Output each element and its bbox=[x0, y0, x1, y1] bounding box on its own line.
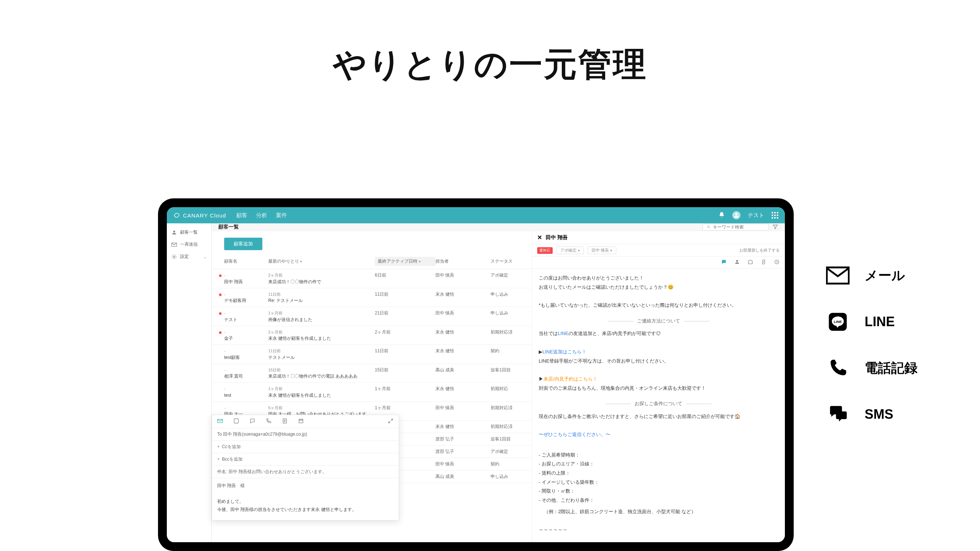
section-conditions: お探しご条件について bbox=[539, 399, 778, 408]
search-input-wrap[interactable] bbox=[703, 223, 769, 231]
compose-note-icon[interactable] bbox=[282, 418, 288, 425]
nav-customers[interactable]: 顧客 bbox=[236, 212, 247, 219]
sms-icon bbox=[825, 403, 851, 426]
feature-label: メール bbox=[865, 267, 905, 285]
building-icon[interactable] bbox=[748, 259, 753, 266]
svg-rect-6 bbox=[234, 419, 239, 423]
nav-analytics[interactable]: 分析 bbox=[256, 212, 267, 219]
col-active[interactable]: 最終アクティブ日時 ▾ bbox=[375, 257, 436, 266]
topbar: CANARY Cloud 顧客 分析 案件 テスト bbox=[167, 207, 785, 223]
col-recent[interactable]: 最新のやりとり ▾ bbox=[268, 258, 375, 265]
unread-dot bbox=[219, 312, 221, 315]
brand[interactable]: CANARY Cloud bbox=[173, 212, 226, 219]
compose-cc-row[interactable]: +Ccを追加 bbox=[212, 441, 399, 453]
apps-grid-icon[interactable] bbox=[772, 212, 778, 219]
person-icon bbox=[171, 230, 177, 235]
condition-item: ご入居希望時期： bbox=[539, 451, 778, 460]
feature-line: LINE LINE bbox=[825, 311, 918, 333]
feature-label: SMS bbox=[865, 407, 893, 422]
feature-sms: SMS bbox=[825, 403, 918, 426]
table-row[interactable]: -田中 翔吾2ヶ月前来店成功！〇〇物件の件で6日前田中 慎吾アポ確定 bbox=[212, 269, 532, 288]
table-row[interactable]: -デモ顧客用11日前Re: テストメール11日前末永 健悟申し込み bbox=[212, 288, 532, 308]
unread-dot bbox=[219, 294, 221, 296]
svg-text:LINE: LINE bbox=[834, 319, 842, 324]
person-icon[interactable] bbox=[734, 259, 740, 266]
customer-list-panel: 顧客追加 顧客名 最新のやりとり ▾ 最終アクティブ日時 ▾ 担当者 ステータス… bbox=[212, 231, 532, 542]
sidebar: 顧客一覧 一斉送信 設定 bbox=[167, 223, 212, 542]
feature-phone: 電話記録 bbox=[825, 357, 918, 379]
compose-phone-icon[interactable] bbox=[266, 418, 272, 425]
compose-to-row[interactable]: To 田中 翔吾(suenaga+a0c279@bluage.co.jp) bbox=[212, 428, 399, 441]
close-icon[interactable]: ✕ bbox=[537, 234, 542, 241]
feature-label: 電話記録 bbox=[865, 359, 918, 377]
detail-tools bbox=[532, 257, 785, 268]
feature-label: LINE bbox=[865, 314, 895, 330]
table-row[interactable]: -test1ヶ月前末永 健悟が顧客を作成しました1ヶ月前末永 健悟初期対応 bbox=[212, 383, 532, 402]
status-badge: 要対応 bbox=[537, 247, 553, 254]
table-row[interactable]: -テスト1ヶ月前画像が送信されました21日前田中 慎吾申し込み bbox=[212, 307, 532, 326]
table-row[interactable]: -test顧客11日前テストメール11日前末永 健悟契約 bbox=[212, 345, 532, 364]
sidebar-item-label: 顧客一覧 bbox=[180, 229, 198, 235]
svg-rect-8 bbox=[299, 419, 303, 423]
add-customer-button[interactable]: 顧客追加 bbox=[224, 238, 262, 250]
svg-point-2 bbox=[735, 213, 738, 215]
table-row[interactable]: -相澤 貫司15日前来店成功！〇〇物件の件での電話 あああああ15日前高山 成美… bbox=[212, 364, 532, 383]
svg-point-4 bbox=[173, 256, 175, 257]
unread-dot bbox=[219, 275, 221, 277]
condition-item: お探しのエリア・沿線： bbox=[539, 459, 778, 469]
mail-icon bbox=[825, 265, 851, 286]
table-header: 顧客名 最新のやりとり ▾ 最終アクティブ日時 ▾ 担当者 ステータス bbox=[212, 254, 532, 269]
sidebar-item-customers[interactable]: 顧客一覧 bbox=[167, 226, 211, 238]
compose-popup: To 田中 翔吾(suenaga+a0c279@bluage.co.jp) +C… bbox=[212, 415, 399, 521]
status-pill[interactable]: アポ確定▾ bbox=[556, 246, 584, 254]
filter-icon[interactable] bbox=[772, 224, 778, 231]
compose-bcc-row[interactable]: +Bccを追加 bbox=[212, 453, 399, 466]
compose-line-icon[interactable] bbox=[233, 418, 239, 425]
history-icon[interactable] bbox=[774, 259, 780, 266]
brand-text: CANARY Cloud bbox=[183, 212, 226, 219]
end-search-link[interactable]: お部屋探しを終了する bbox=[739, 248, 780, 253]
condition-item: 賃料の上限： bbox=[539, 469, 778, 478]
svg-point-3 bbox=[173, 230, 175, 232]
avatar-icon[interactable] bbox=[732, 211, 740, 219]
owner-pill[interactable]: 田中 慎吾▾ bbox=[587, 246, 616, 254]
search-icon bbox=[706, 225, 711, 229]
compose-calendar-icon[interactable] bbox=[298, 418, 304, 425]
search-input[interactable] bbox=[713, 224, 765, 230]
col-name[interactable]: 顧客名 bbox=[224, 258, 268, 265]
main-panel: 顧客一覧 顧客追加 顧客名 最新のやりとり ▾ bbox=[212, 223, 785, 542]
compose-mail-icon[interactable] bbox=[217, 418, 223, 425]
gear-icon bbox=[171, 254, 177, 260]
svg-point-9 bbox=[736, 260, 738, 262]
page-title: 顧客一覧 bbox=[218, 224, 239, 230]
svg-point-5 bbox=[707, 225, 709, 227]
compose-body[interactable]: 田中 翔吾 様 初めまして。 今後、田中 翔吾様の担当をさせていただきます末永 … bbox=[212, 478, 399, 520]
detail-body: この度はお問い合わせありがとうございました！ お送りしていたメールはご確認いただ… bbox=[532, 268, 785, 542]
compose-subject-row[interactable]: 件名: 田中 翔吾様お問い合わせありがとうございます。 bbox=[212, 466, 399, 478]
sidebar-item-settings[interactable]: 設定 bbox=[167, 251, 211, 263]
compose-expand-icon[interactable] bbox=[388, 418, 393, 425]
detail-header: ✕ 田中 翔吾 bbox=[532, 231, 785, 244]
table-row[interactable]: -金子2ヶ月前末永 健悟が顧客を作成しました2ヶ月前末永 健悟初期対応済 bbox=[212, 326, 532, 345]
condition-item: 間取り・㎡数： bbox=[539, 487, 778, 496]
phone-icon bbox=[825, 357, 851, 379]
chat-icon[interactable] bbox=[721, 259, 727, 266]
compose-chat-icon[interactable] bbox=[250, 418, 255, 425]
app-screen: CANARY Cloud 顧客 分析 案件 テスト 顧客一覧 bbox=[167, 207, 785, 542]
reserve-link[interactable]: 来店/内見予約はこちら！ bbox=[544, 376, 598, 382]
user-label[interactable]: テスト bbox=[748, 212, 764, 219]
compose-toolbar bbox=[212, 415, 399, 428]
col-owner[interactable]: 担当者 bbox=[436, 258, 490, 265]
line-add-link[interactable]: LINE追加はこちら！ bbox=[542, 349, 587, 354]
sidebar-item-broadcast[interactable]: 一斉送信 bbox=[167, 238, 211, 251]
bell-icon[interactable] bbox=[718, 211, 725, 219]
condition-item: その他、こだわり条件： bbox=[539, 496, 778, 505]
link-icon[interactable] bbox=[760, 259, 767, 266]
col-status[interactable]: ステータス bbox=[490, 258, 523, 265]
nav-cases[interactable]: 案件 bbox=[276, 212, 287, 219]
top-nav: 顧客 分析 案件 bbox=[236, 212, 287, 219]
sidebar-item-label: 設定 bbox=[180, 254, 189, 260]
unread-dot bbox=[219, 331, 221, 334]
line-icon: LINE bbox=[825, 311, 851, 333]
section-contact: ご連絡方法について bbox=[539, 317, 778, 326]
